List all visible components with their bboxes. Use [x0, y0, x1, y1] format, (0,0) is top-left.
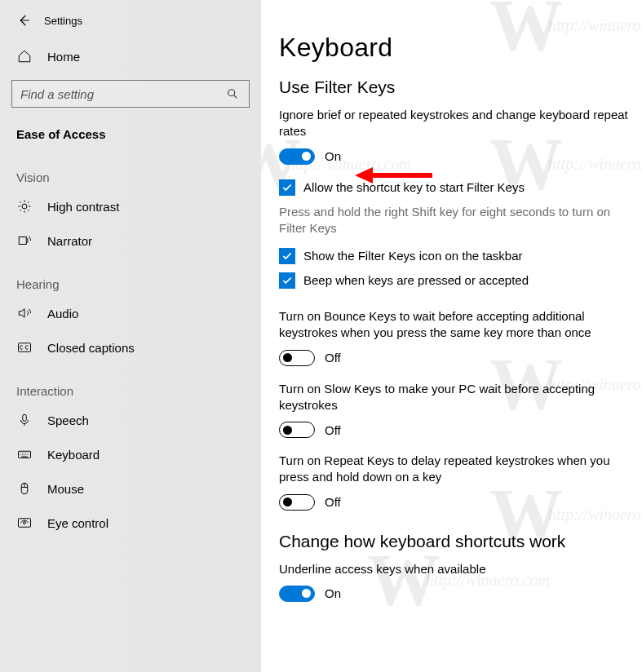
keyboard-icon [16, 447, 33, 462]
home-label: Home [47, 50, 80, 64]
underline-access-keys-description: Underline access keys when available [279, 561, 630, 577]
svg-point-8 [24, 522, 26, 524]
mic-icon [16, 413, 33, 427]
search-icon [226, 87, 241, 100]
sidebar-item-label: Speech [47, 413, 89, 427]
sidebar-item-audio[interactable]: Audio [0, 296, 261, 330]
show-taskbar-icon-checkbox[interactable] [279, 248, 295, 264]
sidebar-item-label: Narrator [47, 234, 92, 248]
sidebar-item-label: Mouse [47, 482, 84, 496]
sidebar-item-label: High contrast [47, 200, 119, 214]
search-input[interactable] [20, 87, 226, 101]
beep-checkbox[interactable] [279, 272, 295, 289]
main-content: Keyboard Use Filter Keys Ignore brief or… [261, 0, 642, 672]
cc-icon [16, 340, 33, 355]
sidebar-item-label: Audio [47, 307, 78, 321]
beep-label: Beep when keys are pressed or accepted [303, 272, 529, 289]
annotation-arrow [355, 165, 432, 186]
bounce-keys-description: Turn on Bounce Keys to wait before accep… [279, 308, 630, 342]
group-label-hearing: Hearing [0, 258, 261, 296]
svg-rect-4 [23, 414, 27, 421]
sidebar-home[interactable]: Home [0, 41, 261, 72]
sidebar-item-keyboard[interactable]: Keyboard [0, 437, 261, 471]
back-button[interactable] [15, 11, 33, 29]
mouse-icon [16, 481, 33, 496]
repeat-keys-description: Turn on Repeat Keys to delay repeated ke… [279, 453, 630, 486]
group-label-interaction: Interaction [0, 365, 261, 403]
sidebar-item-narrator[interactable]: Narrator [0, 223, 261, 258]
sidebar-item-label: Eye control [47, 516, 108, 530]
svg-rect-2 [19, 237, 26, 245]
svg-rect-7 [19, 519, 31, 528]
filter-keys-toggle-label: On [325, 149, 341, 163]
search-box[interactable] [11, 80, 250, 108]
category-title: Ease of Access [0, 116, 261, 151]
slow-keys-toggle-label: Off [325, 423, 341, 437]
sidebar-item-high-contrast[interactable]: High contrast [0, 189, 261, 223]
svg-point-0 [228, 90, 235, 96]
allow-shortcut-hint: Press and hold the right Shift key for e… [279, 204, 630, 237]
slow-keys-description: Turn on Slow Keys to make your PC wait b… [279, 381, 630, 414]
narrator-icon [16, 233, 33, 248]
sidebar-item-mouse[interactable]: Mouse [0, 471, 261, 506]
repeat-keys-toggle[interactable] [279, 494, 315, 511]
sidebar-item-eye-control[interactable]: Eye control [0, 506, 261, 540]
eye-icon [16, 515, 33, 530]
slow-keys-toggle[interactable] [279, 422, 315, 438]
underline-access-keys-toggle-label: On [325, 586, 341, 600]
sidebar-item-closed-captions[interactable]: Closed captions [0, 330, 261, 365]
svg-point-1 [22, 204, 27, 209]
page-title: Keyboard [279, 33, 642, 63]
sidebar: Settings Home Ease of Access Vision High… [0, 0, 261, 672]
filter-keys-description: Ignore brief or repeated keystrokes and … [279, 107, 630, 140]
sun-icon [16, 199, 33, 214]
repeat-keys-toggle-label: Off [325, 495, 341, 509]
svg-marker-10 [355, 167, 373, 183]
section-title-shortcuts: Change how keyboard shortcuts work [279, 532, 642, 551]
home-icon [16, 49, 33, 64]
sidebar-item-label: Closed captions [47, 341, 135, 355]
group-label-vision: Vision [0, 151, 261, 189]
window-title: Settings [44, 15, 82, 27]
section-title-filter-keys: Use Filter Keys [279, 77, 642, 97]
bounce-keys-toggle-label: Off [325, 351, 341, 365]
bounce-keys-toggle[interactable] [279, 350, 315, 366]
show-taskbar-icon-label: Show the Filter Keys icon on the taskbar [303, 248, 522, 264]
sidebar-item-label: Keyboard [47, 448, 100, 462]
underline-access-keys-toggle[interactable] [279, 586, 315, 602]
sidebar-item-speech[interactable]: Speech [0, 403, 261, 437]
audio-icon [16, 306, 33, 321]
filter-keys-toggle[interactable] [279, 148, 315, 165]
allow-shortcut-checkbox[interactable] [279, 179, 295, 196]
